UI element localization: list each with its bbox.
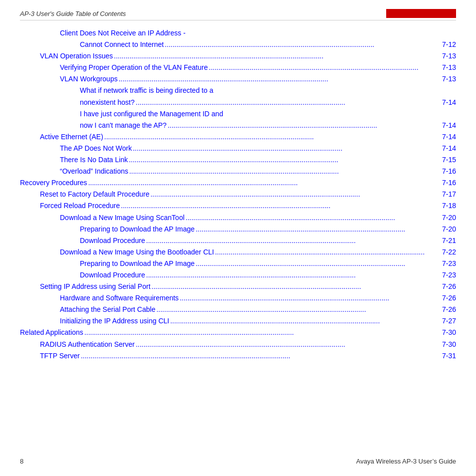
toc-page-init-ip-cli: 7-27 <box>442 315 456 327</box>
toc-label-reset-factory: Reset to Factory Default Procedure <box>40 189 149 200</box>
toc-label-i-have-just-1: I have just configured the Management ID… <box>80 110 223 118</box>
toc-item-download-bootloader[interactable]: Download a New Image Using the Bootloade… <box>20 246 456 258</box>
toc-item-cannot-connect[interactable]: Cannot Connect to Internet .............… <box>20 39 456 50</box>
toc-page-tftp: 7-31 <box>442 350 456 362</box>
toc-label-what-if-network-2: nonexistent host? <box>80 97 135 108</box>
toc-item-i-have-just-1[interactable]: I have just configured the Management ID… <box>20 108 456 120</box>
toc-dots-reset-factory: ........................................… <box>150 189 441 200</box>
toc-label-preparing-scantool: Preparing to Download the AP Image <box>80 224 195 235</box>
toc-item-recovery-procedures[interactable]: Recovery Procedures ....................… <box>20 177 456 189</box>
toc-label-cannot-connect: Cannot Connect to Internet <box>80 39 164 50</box>
toc-page-active-ethernet: 7-14 <box>442 131 456 143</box>
toc-label-related-apps: Related Applications <box>20 327 83 338</box>
toc-dots-attaching-serial: ........................................… <box>156 304 441 315</box>
toc-item-setting-ip-serial[interactable]: Setting IP Address using Serial Port ...… <box>20 281 456 292</box>
toc-page-preparing-bootloader: 7-23 <box>442 258 456 269</box>
toc-item-vlan-issues[interactable]: VLAN Operation Issues ..................… <box>20 50 456 62</box>
toc-page-download-scantool: 7-20 <box>442 212 456 224</box>
toc-content: Client Does Not Receive an IP Address -C… <box>20 24 456 365</box>
toc-page-vlan-issues: 7-13 <box>442 50 456 62</box>
toc-item-radius[interactable]: RADIUS Authentication Server ...........… <box>20 339 456 350</box>
toc-dots-preparing-bootloader: ........................................… <box>196 258 441 269</box>
toc-label-download-bootloader: Download a New Image Using the Bootloade… <box>60 246 214 258</box>
toc-label-setting-ip-serial: Setting IP Address using Serial Port <box>40 281 151 292</box>
toc-dots-forced-reload: ........................................… <box>121 200 441 212</box>
toc-item-preparing-bootloader[interactable]: Preparing to Download the AP Image .....… <box>20 258 456 269</box>
toc-label-no-data-link: There Is No Data Link <box>60 154 128 166</box>
toc-dots-no-data-link: ........................................… <box>129 154 441 166</box>
toc-item-preparing-scantool[interactable]: Preparing to Download the AP Image .....… <box>20 224 456 235</box>
toc-label-ap-does-not-work: The AP Does Not Work <box>60 143 132 154</box>
toc-label-i-have-just-2: now I can't manage the AP? <box>80 120 167 131</box>
toc-page-download-proc-1: 7-21 <box>442 235 456 246</box>
toc-page-overload: 7-16 <box>442 166 456 177</box>
toc-dots-i-have-just-2: ........................................… <box>168 120 441 131</box>
toc-label-vlan-issues: VLAN Operation Issues <box>40 50 113 62</box>
toc-page-download-bootloader: 7-22 <box>442 246 456 258</box>
toc-dots-verifying-vlan: ........................................… <box>209 62 441 73</box>
page-header: AP-3 User's Guide Table of Contents <box>20 9 456 20</box>
toc-page-i-have-just-2: 7-14 <box>442 120 456 131</box>
toc-label-download-scantool: Download a New Image Using ScanTool <box>60 212 185 224</box>
toc-dots-download-proc-2: ........................................… <box>146 269 441 281</box>
toc-item-tftp[interactable]: TFTP Server ............................… <box>20 350 456 362</box>
toc-page-radius: 7-30 <box>442 339 456 350</box>
toc-label-init-ip-cli: Initializing the IP Address using CLI <box>60 315 169 327</box>
toc-page-vlan-workgroups: 7-13 <box>442 73 456 85</box>
toc-dots-cannot-connect: ........................................… <box>165 39 441 50</box>
header-red-bar <box>386 9 456 18</box>
footer-book-title: Avaya Wireless AP-3 User’s Guide <box>356 458 456 465</box>
toc-item-reset-factory[interactable]: Reset to Factory Default Procedure .....… <box>20 189 456 200</box>
toc-label-client-no-ip: Client Does Not Receive an IP Address - <box>60 29 186 37</box>
toc-item-ap-does-not-work[interactable]: The AP Does Not Work ...................… <box>20 143 456 154</box>
toc-item-what-if-network-1[interactable]: What if network traffic is being directe… <box>20 85 456 96</box>
toc-page-ap-does-not-work: 7-14 <box>442 143 456 154</box>
toc-label-overload: “Overload” Indications <box>60 166 128 177</box>
toc-label-recovery-procedures: Recovery Procedures <box>20 177 87 189</box>
toc-item-vlan-workgroups[interactable]: VLAN Workgroups ........................… <box>20 73 456 85</box>
toc-item-download-proc-2[interactable]: Download Procedure .....................… <box>20 269 456 281</box>
toc-label-download-proc-2: Download Procedure <box>80 269 145 281</box>
toc-dots-download-proc-1: ........................................… <box>146 235 441 246</box>
toc-dots-related-apps: ........................................… <box>84 327 441 338</box>
toc-label-active-ethernet: Active Ethernet (AE) <box>40 131 103 143</box>
toc-page-what-if-network-2: 7-14 <box>442 97 456 108</box>
toc-dots-what-if-network-2: ........................................… <box>136 97 441 108</box>
toc-item-what-if-network-2[interactable]: nonexistent host? ......................… <box>20 97 456 108</box>
toc-label-attaching-serial: Attaching the Serial Port Cable <box>60 304 155 315</box>
toc-item-hw-sw-req[interactable]: Hardware and Software Requirements .....… <box>20 292 456 304</box>
toc-dots-setting-ip-serial: ........................................… <box>152 281 441 292</box>
toc-page-download-proc-2: 7-23 <box>442 269 456 281</box>
toc-item-attaching-serial[interactable]: Attaching the Serial Port Cable ........… <box>20 304 456 315</box>
page-footer: 8 Avaya Wireless AP-3 User’s Guide <box>20 458 456 465</box>
toc-item-init-ip-cli[interactable]: Initializing the IP Address using CLI ..… <box>20 315 456 327</box>
toc-page-related-apps: 7-30 <box>442 327 456 338</box>
toc-item-overload[interactable]: “Overload” Indications .................… <box>20 166 456 177</box>
toc-label-download-proc-1: Download Procedure <box>80 235 145 246</box>
toc-item-download-proc-1[interactable]: Download Procedure .....................… <box>20 235 456 246</box>
toc-item-verifying-vlan[interactable]: Verifying Proper Operation of the VLAN F… <box>20 62 456 73</box>
toc-label-radius: RADIUS Authentication Server <box>40 339 135 350</box>
toc-dots-init-ip-cli: ........................................… <box>170 315 441 327</box>
toc-item-active-ethernet[interactable]: Active Ethernet (AE) ...................… <box>20 131 456 143</box>
toc-page-forced-reload: 7-18 <box>442 200 456 212</box>
toc-page-attaching-serial: 7-26 <box>442 304 456 315</box>
toc-item-client-no-ip[interactable]: Client Does Not Receive an IP Address - <box>20 27 456 39</box>
toc-item-no-data-link[interactable]: There Is No Data Link ..................… <box>20 154 456 166</box>
toc-item-forced-reload[interactable]: Forced Reload Procedure ................… <box>20 200 456 212</box>
toc-page-hw-sw-req: 7-26 <box>442 292 456 304</box>
page-wrapper: AP-3 User's Guide Table of Contents Clie… <box>0 0 476 476</box>
toc-item-i-have-just-2[interactable]: now I can't manage the AP? .............… <box>20 120 456 131</box>
toc-dots-recovery-procedures: ........................................… <box>88 177 441 189</box>
toc-label-preparing-bootloader: Preparing to Download the AP Image <box>80 258 195 269</box>
toc-label-forced-reload: Forced Reload Procedure <box>40 200 120 212</box>
toc-dots-active-ethernet: ........................................… <box>104 131 441 143</box>
toc-page-no-data-link: 7-15 <box>442 154 456 166</box>
toc-dots-ap-does-not-work: ........................................… <box>133 143 441 154</box>
toc-item-download-scantool[interactable]: Download a New Image Using ScanTool ....… <box>20 212 456 224</box>
toc-dots-hw-sw-req: ........................................… <box>180 292 441 304</box>
toc-item-related-apps[interactable]: Related Applications ...................… <box>20 327 456 338</box>
toc-label-what-if-network-1: What if network traffic is being directe… <box>80 86 213 94</box>
toc-dots-vlan-issues: ........................................… <box>114 50 441 62</box>
toc-label-vlan-workgroups: VLAN Workgroups <box>60 73 118 85</box>
